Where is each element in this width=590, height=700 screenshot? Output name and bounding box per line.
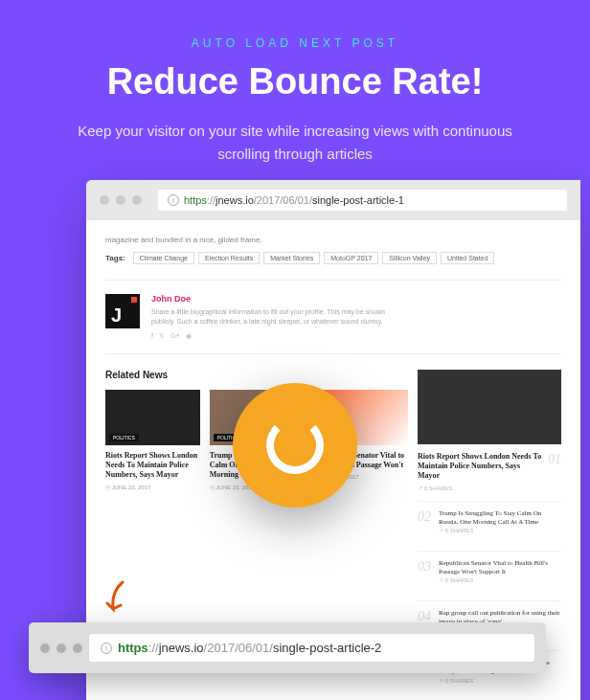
featured-image[interactable] [418, 370, 561, 444]
window-dot [73, 644, 82, 653]
twitter-icon[interactable]: 𝕏 [159, 332, 165, 340]
url-bar-1: i https://jnews.io/2017/06/01/single-pos… [158, 190, 567, 211]
featured-title[interactable]: Riots Report Shows London Needs To Maint… [418, 452, 542, 482]
hero-title: Reduce Bounce Rate! [38, 61, 552, 102]
author-name[interactable]: John Doe [151, 294, 400, 304]
rank-number: 02 [418, 509, 431, 543]
sidebar-list-item[interactable]: 03Republican Senator Vital to Health Bil… [418, 551, 561, 600]
card-title: Riots Report Shows London Needs To Maint… [105, 451, 200, 481]
card-date: ◷ JUNE 23, 2017 [105, 484, 200, 490]
info-icon: i [168, 194, 179, 206]
list-item-title: Trump Is Struggling To Stay Calm On Russ… [439, 509, 561, 527]
tag[interactable]: United Stated [441, 252, 494, 264]
author-bio: Share a little biographical information … [151, 307, 400, 327]
related-card[interactable]: POLITICS Riots Report Shows London Needs… [105, 390, 200, 490]
share-count: ↗ 0 SHARES [418, 485, 561, 491]
list-item-title: Republican Senator Vital to Health Bill'… [439, 559, 561, 576]
window-dot [116, 195, 125, 205]
caption-text: magazine and bundled in a nice, gilded f… [105, 236, 561, 244]
sidebar-list-item[interactable]: 02Trump Is Struggling To Stay Calm On Ru… [418, 501, 561, 551]
spinner-icon [266, 417, 324, 474]
tag[interactable]: Market Stories [263, 252, 320, 264]
tag[interactable]: MotoGP 2017 [324, 252, 378, 264]
hero-subtitle: Keep your visitor on your site while inc… [65, 120, 525, 166]
share-count: ↗ 0 SHARES [439, 527, 561, 533]
globe-icon[interactable]: ◉ [186, 332, 192, 340]
window-dot [40, 644, 50, 653]
tag-row: Tags: Climate Change Election Results Ma… [105, 252, 561, 264]
info-icon: i [101, 643, 112, 654]
eyebrow-text: AUTO LOAD NEXT POST [38, 36, 552, 50]
share-count: ↗ 0 SHARES [439, 677, 561, 684]
hero-section: AUTO LOAD NEXT POST Reduce Bounce Rate! … [0, 0, 590, 194]
author-avatar: J [105, 294, 140, 328]
window-dot [132, 195, 142, 205]
google-icon[interactable]: G+ [170, 332, 180, 340]
author-box: J John Doe Share a little biographical i… [105, 280, 561, 354]
tag[interactable]: Climate Change [133, 252, 194, 264]
tags-label: Tags: [105, 254, 125, 262]
rank-number: 01 [548, 452, 561, 467]
window-dot [100, 195, 109, 205]
facebook-icon[interactable]: f [151, 332, 153, 340]
loading-spinner-badge [233, 383, 357, 508]
social-icons: f 𝕏 G+ ◉ [151, 332, 400, 340]
arrow-icon [103, 580, 132, 619]
category-badge: POLITICS [109, 434, 139, 441]
url-scheme: https [184, 194, 207, 206]
tag[interactable]: Sillicon Valley [382, 252, 437, 264]
url-bar-2: i https://jnews.io/2017/06/01/single-pos… [29, 622, 546, 673]
url-field: i https://jnews.io/2017/06/01/single-pos… [89, 634, 534, 662]
rank-number: 03 [418, 559, 431, 593]
browser-titlebar: i https://jnews.io/2017/06/01/single-pos… [86, 180, 580, 220]
related-heading: Related News [105, 370, 408, 380]
tag[interactable]: Election Results [198, 252, 260, 264]
window-dot [57, 644, 66, 653]
url-scheme: https [118, 641, 148, 655]
share-count: ↗ 0 SHARES [439, 576, 561, 583]
